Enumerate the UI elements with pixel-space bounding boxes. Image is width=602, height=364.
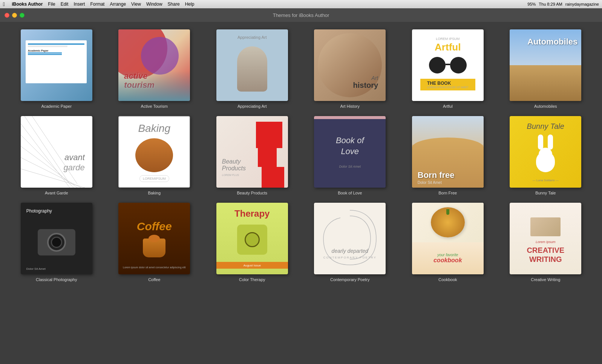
fruit-illustration	[431, 207, 465, 237]
menubar:  iBooks Author File Edit Insert Format …	[0, 0, 602, 8]
cover-color-therapy: Therapy August Issue	[216, 203, 288, 274]
ground-shape	[510, 65, 581, 101]
cover-sub-text: Dolor Sit Amet	[26, 267, 46, 271]
cover-title-text: Appreciating Art	[237, 35, 267, 40]
cover-title-text: CREATIVEWRITING	[527, 246, 564, 264]
svg-line-0	[21, 124, 70, 188]
cover-title-text: avant garde	[63, 153, 84, 173]
theme-label: Art History	[340, 104, 360, 109]
theme-item[interactable]: LOREM IPSUM Artful THE BOOK LOREM IPSUM …	[403, 29, 493, 109]
cover-sub	[28, 54, 62, 55]
red-block	[262, 167, 284, 188]
cover-creative-writing: Lorem Ipsum CREATIVEWRITING	[510, 203, 581, 274]
theme-label: Classical Photography	[36, 277, 77, 282]
cover-subtitle: LOREM IPSUM	[436, 37, 460, 41]
cover-title-text: Coffee	[137, 220, 172, 233]
minimize-button[interactable]	[12, 13, 17, 18]
theme-item[interactable]: Lorem Ipsum CREATIVEWRITING Creative Wri…	[501, 203, 591, 282]
theme-item[interactable]: Appreciating Art Appreciating Art	[207, 29, 297, 109]
theme-item[interactable]: Baking LOREMIPSUM Baking	[109, 116, 200, 195]
cover-appreciating-art: Appreciating Art	[216, 29, 288, 101]
menu-items: File Edit Insert Format Arrange View Win…	[48, 2, 194, 7]
theme-item[interactable]: active tourism Active Tourism	[109, 29, 200, 109]
themes-grid: Academic Paper Academic Paper active tou…	[11, 29, 591, 282]
phone-illustration	[237, 225, 267, 255]
username: rainydaymagazine	[565, 2, 599, 6]
menu-help[interactable]: Help	[185, 2, 195, 7]
main-content: Academic Paper Academic Paper active tou…	[0, 22, 602, 364]
cover-title-text: Art history	[353, 75, 378, 90]
cover-sub-text: Dolor Sit Amet	[418, 180, 442, 185]
theme-item[interactable]: Book of Love Dolor Sit Amet Book of Love	[305, 116, 395, 195]
cover-born-free: Born free Dolor Sit Amet	[412, 116, 484, 188]
menu-window[interactable]: Window	[146, 2, 162, 7]
bunny-illustration	[530, 135, 561, 172]
theme-item[interactable]: your favorite cookbook Cookbook	[403, 203, 493, 282]
cover-beauty-products: Beauty Products LOREM PLUS	[216, 116, 288, 188]
maximize-button[interactable]	[20, 13, 25, 18]
cover-bar	[28, 46, 67, 47]
theme-item[interactable]: Coffee Lorem ipsum dolor sit amet consec…	[109, 203, 200, 282]
cover-cookbook: your favorite cookbook	[412, 203, 484, 274]
red-block	[258, 148, 277, 167]
cover-classical-photography: Photography Dolor Sit Amet	[21, 203, 92, 274]
theme-item[interactable]: Therapy August Issue Color Therapy	[207, 203, 297, 282]
menu-format[interactable]: Format	[90, 2, 104, 7]
book-label: THE BOOK LOREM IPSUM DOLOR SIT AMET	[420, 79, 475, 90]
cover-title-text: Artful	[435, 41, 461, 53]
theme-item[interactable]: Bunny Tale — Luna Solitario — Bunny Tale	[501, 116, 591, 195]
theme-label: Automobiles	[534, 104, 557, 109]
theme-label: Coffee	[148, 277, 160, 282]
app-name[interactable]: iBooks Author	[12, 2, 43, 7]
theme-item[interactable]: Beauty Products LOREM PLUS Beauty Produc…	[207, 116, 297, 195]
theme-item[interactable]: Photography Dolor Sit Amet Classical Pho…	[11, 203, 102, 282]
cover-title-text: Bunny Tale	[527, 122, 564, 131]
theme-item[interactable]: dearly departed CONTEMPORARY POETRY Cont…	[305, 203, 395, 282]
battery-status: 95%	[527, 2, 536, 6]
cover-bunny-tale: Bunny Tale — Luna Solitario —	[510, 116, 581, 188]
theme-label: Born Free	[438, 191, 457, 195]
cover-sub-text: Lorem ipsum dolor sit amet consectetur a…	[118, 266, 190, 269]
issue-bar: August Issue	[216, 262, 288, 269]
menu-insert[interactable]: Insert	[74, 2, 85, 7]
cover-coffee: Coffee Lorem ipsum dolor sit amet consec…	[118, 203, 190, 274]
theme-item[interactable]: Art history Art History	[305, 29, 395, 109]
cover-title-text: Therapy	[234, 208, 270, 219]
cover-avant-garde: avant garde	[21, 116, 92, 188]
theme-item[interactable]: Automobiles Automobiles	[501, 29, 591, 109]
cover-sub-text: LOREMIPSUM	[139, 175, 169, 182]
cover-sub-text: Dolor Sit Amet	[339, 165, 361, 168]
theme-label: Bunny Tale	[535, 191, 556, 195]
cover-image	[530, 217, 561, 236]
cover-sub	[28, 52, 62, 54]
menu-share[interactable]: Share	[168, 2, 180, 7]
theme-item[interactable]: Academic Paper Academic Paper	[11, 29, 102, 109]
theme-label: Cookbook	[438, 277, 457, 282]
author-name: — Luna Solitario —	[510, 179, 581, 182]
cover-title-text: Born free	[418, 170, 455, 180]
cover-text-block: Lorem Ipsum CREATIVEWRITING	[527, 240, 564, 264]
cover-title-text: Academic Paper	[28, 49, 84, 52]
menu-file[interactable]: File	[48, 2, 55, 7]
theme-label: Color Therapy	[239, 277, 265, 282]
menu-arrange[interactable]: Arrange	[110, 2, 126, 7]
svg-line-5	[25, 116, 70, 184]
menu-view[interactable]: View	[131, 2, 141, 7]
window-title: Themes for iBooks Author	[273, 12, 329, 18]
cover-book-of-love: Book of Love Dolor Sit Amet	[314, 116, 386, 188]
clock: Thu 8:29 AM	[539, 2, 562, 6]
cover-title-text: Baking	[138, 122, 170, 135]
statue-shape	[237, 46, 267, 92]
close-button[interactable]	[5, 13, 9, 18]
lines-decoration	[21, 116, 92, 188]
theme-label: Book of Love	[338, 191, 362, 195]
menu-edit[interactable]: Edit	[61, 2, 69, 7]
camera-illustration	[38, 229, 75, 255]
apple-logo-icon: 	[3, 1, 5, 7]
theme-item[interactable]: Born free Dolor Sit Amet Born Free	[403, 116, 493, 195]
theme-item[interactable]: avant garde Avant Garde	[11, 116, 102, 195]
window-controls	[5, 13, 25, 18]
cover-art-history: Art history	[314, 29, 386, 101]
coffee-cup-illustration	[143, 239, 165, 257]
cover-top	[412, 203, 484, 242]
